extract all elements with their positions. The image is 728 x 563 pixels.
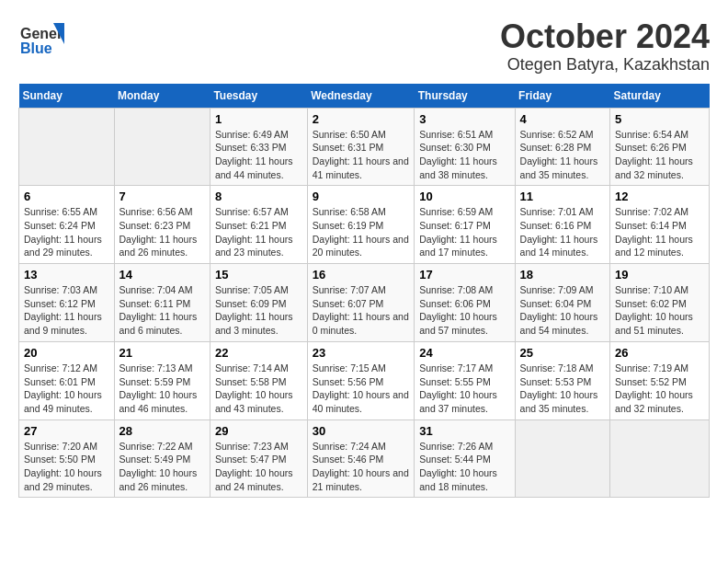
title-block: October 2024 Otegen Batyra, Kazakhstan (500, 18, 710, 75)
day-number: 22 (215, 346, 302, 360)
calendar-cell: 15Sunrise: 7:05 AMSunset: 6:09 PMDayligh… (210, 264, 307, 342)
day-number: 3 (419, 112, 509, 126)
day-number: 21 (119, 346, 205, 360)
calendar-cell: 17Sunrise: 7:08 AMSunset: 6:06 PMDayligh… (415, 264, 515, 342)
calendar-body: 1Sunrise: 6:49 AMSunset: 6:33 PMDaylight… (19, 108, 710, 498)
day-number: 16 (313, 268, 410, 282)
day-number: 15 (215, 268, 302, 282)
calendar-cell: 16Sunrise: 7:07 AMSunset: 6:07 PMDayligh… (307, 264, 415, 342)
calendar-header: SundayMondayTuesdayWednesdayThursdayFrid… (19, 84, 710, 109)
weekday-header: Tuesday (210, 84, 307, 109)
day-info: Sunrise: 7:12 AMSunset: 6:01 PMDaylight:… (24, 362, 109, 416)
day-info: Sunrise: 6:59 AMSunset: 6:17 PMDaylight:… (419, 205, 509, 259)
calendar-cell: 10Sunrise: 6:59 AMSunset: 6:17 PMDayligh… (415, 186, 515, 264)
calendar-cell: 8Sunrise: 6:57 AMSunset: 6:21 PMDaylight… (210, 186, 307, 264)
calendar-cell: 13Sunrise: 7:03 AMSunset: 6:12 PMDayligh… (19, 264, 115, 342)
calendar-cell: 5Sunrise: 6:54 AMSunset: 6:26 PMDaylight… (610, 108, 710, 186)
day-info: Sunrise: 7:02 AMSunset: 6:14 PMDaylight:… (615, 205, 704, 259)
page-title: October 2024 (500, 18, 710, 55)
day-number: 26 (615, 346, 704, 360)
calendar-cell: 24Sunrise: 7:17 AMSunset: 5:55 PMDayligh… (415, 341, 515, 419)
calendar-cell: 28Sunrise: 7:22 AMSunset: 5:49 PMDayligh… (114, 419, 210, 498)
day-info: Sunrise: 7:07 AMSunset: 6:07 PMDaylight:… (313, 283, 410, 338)
calendar-cell: 30Sunrise: 7:24 AMSunset: 5:46 PMDayligh… (307, 419, 415, 498)
weekday-header: Friday (515, 84, 610, 109)
day-number: 7 (119, 190, 205, 203)
calendar-cell (114, 108, 210, 186)
page-header: General Blue October 2024 Otegen Batyra,… (18, 18, 710, 75)
page-subtitle: Otegen Batyra, Kazakhstan (500, 55, 710, 75)
day-info: Sunrise: 6:49 AMSunset: 6:33 PMDaylight:… (215, 128, 302, 182)
day-number: 31 (419, 424, 509, 438)
day-info: Sunrise: 7:08 AMSunset: 6:06 PMDaylight:… (419, 283, 509, 338)
day-number: 20 (24, 346, 109, 360)
weekday-header: Saturday (610, 84, 710, 109)
day-info: Sunrise: 6:56 AMSunset: 6:23 PMDaylight:… (119, 205, 205, 259)
day-number: 13 (24, 268, 109, 282)
day-number: 4 (520, 112, 606, 126)
calendar-cell (515, 419, 610, 498)
day-number: 28 (119, 424, 205, 438)
calendar-cell: 18Sunrise: 7:09 AMSunset: 6:04 PMDayligh… (515, 264, 610, 342)
day-info: Sunrise: 7:10 AMSunset: 6:02 PMDaylight:… (615, 283, 704, 338)
calendar-cell: 4Sunrise: 6:52 AMSunset: 6:28 PMDaylight… (515, 108, 610, 186)
day-info: Sunrise: 7:24 AMSunset: 5:46 PMDaylight:… (313, 440, 410, 494)
svg-text:Blue: Blue (20, 40, 52, 56)
day-number: 2 (313, 112, 410, 126)
day-number: 19 (615, 268, 704, 282)
day-number: 11 (520, 190, 606, 203)
day-info: Sunrise: 6:51 AMSunset: 6:30 PMDaylight:… (419, 128, 509, 182)
calendar-cell: 19Sunrise: 7:10 AMSunset: 6:02 PMDayligh… (610, 264, 710, 342)
calendar-cell: 11Sunrise: 7:01 AMSunset: 6:16 PMDayligh… (515, 186, 610, 264)
day-number: 29 (215, 424, 302, 438)
calendar-cell: 27Sunrise: 7:20 AMSunset: 5:50 PMDayligh… (19, 419, 115, 498)
weekday-header: Sunday (19, 84, 115, 109)
calendar-cell: 22Sunrise: 7:14 AMSunset: 5:58 PMDayligh… (210, 341, 307, 419)
day-info: Sunrise: 6:50 AMSunset: 6:31 PMDaylight:… (313, 128, 410, 182)
weekday-header: Thursday (415, 84, 515, 109)
day-info: Sunrise: 6:54 AMSunset: 6:26 PMDaylight:… (615, 128, 704, 182)
day-info: Sunrise: 7:13 AMSunset: 5:59 PMDaylight:… (119, 362, 205, 416)
day-info: Sunrise: 7:01 AMSunset: 6:16 PMDaylight:… (520, 205, 606, 259)
day-number: 8 (215, 190, 302, 203)
day-number: 10 (419, 190, 509, 203)
calendar-cell: 6Sunrise: 6:55 AMSunset: 6:24 PMDaylight… (19, 186, 115, 264)
calendar-cell (19, 108, 115, 186)
logo-icon: General Blue (18, 18, 64, 60)
calendar-cell: 3Sunrise: 6:51 AMSunset: 6:30 PMDaylight… (415, 108, 515, 186)
calendar-cell: 1Sunrise: 6:49 AMSunset: 6:33 PMDaylight… (210, 108, 307, 186)
day-info: Sunrise: 6:52 AMSunset: 6:28 PMDaylight:… (520, 128, 606, 182)
day-number: 17 (419, 268, 509, 282)
calendar-week-row: 1Sunrise: 6:49 AMSunset: 6:33 PMDaylight… (19, 108, 710, 186)
day-number: 24 (419, 346, 509, 360)
day-number: 9 (313, 190, 410, 203)
calendar-table: SundayMondayTuesdayWednesdayThursdayFrid… (18, 84, 710, 499)
day-info: Sunrise: 7:09 AMSunset: 6:04 PMDaylight:… (520, 283, 606, 338)
day-number: 1 (215, 112, 302, 126)
day-info: Sunrise: 7:20 AMSunset: 5:50 PMDaylight:… (24, 440, 109, 494)
calendar-cell: 21Sunrise: 7:13 AMSunset: 5:59 PMDayligh… (114, 341, 210, 419)
weekday-header: Wednesday (307, 84, 415, 109)
day-info: Sunrise: 7:18 AMSunset: 5:53 PMDaylight:… (520, 362, 606, 416)
calendar-week-row: 27Sunrise: 7:20 AMSunset: 5:50 PMDayligh… (19, 419, 710, 498)
weekday-row: SundayMondayTuesdayWednesdayThursdayFrid… (19, 84, 710, 109)
calendar-cell: 31Sunrise: 7:26 AMSunset: 5:44 PMDayligh… (415, 419, 515, 498)
calendar-week-row: 20Sunrise: 7:12 AMSunset: 6:01 PMDayligh… (19, 341, 710, 419)
day-number: 18 (520, 268, 606, 282)
day-info: Sunrise: 7:23 AMSunset: 5:47 PMDaylight:… (215, 440, 302, 494)
day-number: 23 (313, 346, 410, 360)
day-info: Sunrise: 6:55 AMSunset: 6:24 PMDaylight:… (24, 205, 109, 259)
day-number: 25 (520, 346, 606, 360)
calendar-week-row: 13Sunrise: 7:03 AMSunset: 6:12 PMDayligh… (19, 264, 710, 342)
weekday-header: Monday (114, 84, 210, 109)
calendar-cell: 7Sunrise: 6:56 AMSunset: 6:23 PMDaylight… (114, 186, 210, 264)
calendar-cell: 20Sunrise: 7:12 AMSunset: 6:01 PMDayligh… (19, 341, 115, 419)
day-info: Sunrise: 7:05 AMSunset: 6:09 PMDaylight:… (215, 283, 302, 338)
day-info: Sunrise: 7:03 AMSunset: 6:12 PMDaylight:… (24, 283, 109, 338)
logo: General Blue (18, 18, 64, 60)
day-info: Sunrise: 7:15 AMSunset: 5:56 PMDaylight:… (313, 362, 410, 416)
day-number: 6 (24, 190, 109, 203)
day-number: 30 (313, 424, 410, 438)
day-number: 12 (615, 190, 704, 203)
day-info: Sunrise: 6:58 AMSunset: 6:19 PMDaylight:… (313, 205, 410, 259)
